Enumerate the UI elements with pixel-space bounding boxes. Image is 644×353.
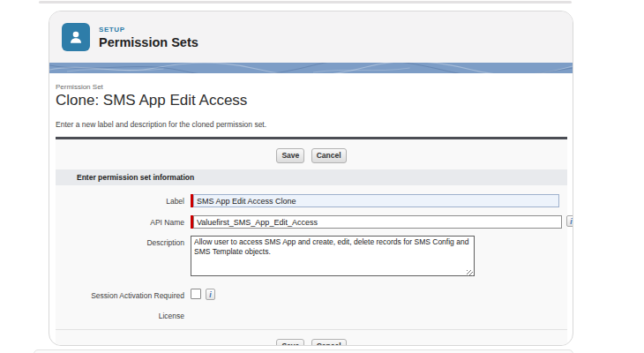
description-textarea[interactable]: Allow user to access SMS App and create,… [191,236,475,276]
cancel-button-bottom[interactable]: Cancel [311,339,347,346]
section-header: Enter permission set information [56,169,567,185]
permission-set-card: SETUP Permission Sets Permission Set Clo… [49,11,573,346]
save-button-top[interactable]: Save [276,148,304,163]
page-title-permission-sets: Permission Sets [99,35,198,49]
label-field-label: Label [56,194,184,206]
cancel-button-top[interactable]: Cancel [311,148,347,163]
top-button-row: Save Cancel [56,139,567,169]
session-activation-label: Session Activation Required [56,289,184,300]
setup-header: SETUP Permission Sets [49,11,573,63]
session-activation-checkbox[interactable] [191,289,201,299]
label-input[interactable] [193,194,559,207]
previous-card-bottom-edge [39,1,572,4]
card-content: Permission Set Clone: SMS App Edit Acces… [49,73,573,346]
form-rows: Label API Name [56,185,567,329]
license-label: License [56,309,184,320]
header-text: SETUP Permission Sets [99,26,198,49]
setup-clone-permission-set-page: SETUP Permission Sets Permission Set Clo… [0,0,644,353]
api-name-field-row: API Name i [56,215,567,229]
label-field-row: Label [56,194,567,207]
setup-eyebrow: SETUP [99,26,198,34]
api-name-input[interactable] [193,215,562,229]
license-row: License [56,309,567,329]
session-activation-row: Session Activation Required i [56,289,567,300]
api-name-field-label: API Name [56,215,184,227]
entity-type-label: Permission Set [56,83,567,91]
save-button-bottom[interactable]: Save [276,339,304,346]
clone-page-title: Clone: SMS App Edit Access [56,92,567,109]
decorative-blue-banner [49,63,573,73]
next-card-top-edge [34,349,573,353]
bottom-button-row: Save Cancel [56,329,567,346]
permission-set-user-icon [62,23,90,51]
description-field-row: Description Allow user to access SMS App… [56,236,567,280]
clone-form-block: Save Cancel Enter permission set informa… [56,137,567,346]
session-activation-info-icon[interactable]: i [206,289,215,300]
description-field-label: Description [56,236,184,247]
api-name-info-icon[interactable]: i [566,215,573,227]
clone-instructions: Enter a new label and description for th… [56,120,567,129]
